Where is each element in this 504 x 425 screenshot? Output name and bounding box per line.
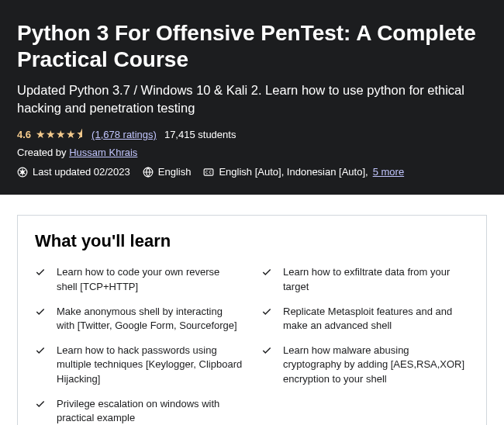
cc-icon	[203, 167, 214, 178]
content-area: What you'll learn Learn how to code your…	[0, 195, 504, 425]
learn-item-text: Replicate Metasploit features and and ma…	[283, 305, 469, 333]
check-icon	[261, 345, 272, 356]
last-updated: Last updated 02/2023	[17, 166, 130, 178]
learn-item-text: Privilege escalation on windows with pra…	[57, 397, 243, 425]
language: English	[143, 166, 192, 178]
captions-text: English [Auto], Indonesian [Auto],	[219, 166, 368, 178]
learn-item-text: Learn how to exfiltrate data from your t…	[283, 265, 469, 293]
what-youll-learn-box: What you'll learn Learn how to code your…	[17, 215, 487, 425]
learn-item: Replicate Metasploit features and and ma…	[261, 305, 469, 333]
learn-item: Make anonymous shell by interacting with…	[35, 305, 243, 333]
globe-icon	[143, 167, 154, 178]
badge-icon	[17, 167, 28, 178]
course-title: Python 3 For Offensive PenTest: A Comple…	[17, 20, 487, 72]
learn-item: Learn how to code your own reverse shell…	[35, 265, 243, 293]
last-updated-text: Last updated 02/2023	[33, 166, 130, 178]
learn-title: What you'll learn	[35, 231, 469, 251]
learn-item: Privilege escalation on windows with pra…	[35, 397, 243, 425]
created-by-label: Created by	[17, 147, 69, 158]
rating-row: 4.6 ★★★★⯨ (1,678 ratings) 17,415 student…	[17, 128, 487, 140]
ratings-link[interactable]: (1,678 ratings)	[91, 129, 157, 140]
meta-row: Last updated 02/2023 English English [Au…	[17, 166, 487, 178]
captions: English [Auto], Indonesian [Auto], 5 mor…	[203, 166, 404, 178]
check-icon	[261, 267, 272, 278]
students-count: 17,415 students	[164, 129, 236, 140]
learn-grid: Learn how to code your own reverse shell…	[35, 265, 469, 425]
check-icon	[35, 306, 46, 317]
author-link[interactable]: Hussam Khrais	[69, 147, 137, 158]
learn-item-text: Learn how malware abusing cryptography b…	[283, 344, 469, 386]
rating-number: 4.6	[17, 129, 31, 140]
created-by: Created by Hussam Khrais	[17, 147, 487, 158]
check-icon	[35, 267, 46, 278]
language-text: English	[158, 166, 192, 178]
learn-item-text: Learn how to hack passwords using multip…	[57, 344, 243, 386]
learn-item-text: Make anonymous shell by interacting with…	[57, 305, 243, 333]
course-header: Python 3 For Offensive PenTest: A Comple…	[0, 0, 504, 195]
more-captions-link[interactable]: 5 more	[373, 166, 404, 178]
check-icon	[35, 399, 46, 409]
course-subtitle: Updated Python 3.7 / Windows 10 & Kali 2…	[17, 81, 487, 117]
learn-item: Learn how to exfiltrate data from your t…	[261, 265, 469, 293]
star-icons: ★★★★⯨	[36, 128, 87, 140]
check-icon	[35, 345, 46, 356]
learn-item: Learn how to hack passwords using multip…	[35, 344, 243, 386]
check-icon	[261, 306, 272, 317]
learn-item-text: Learn how to code your own reverse shell…	[57, 265, 243, 293]
learn-item: Learn how malware abusing cryptography b…	[261, 344, 469, 386]
svg-rect-2	[205, 169, 214, 175]
